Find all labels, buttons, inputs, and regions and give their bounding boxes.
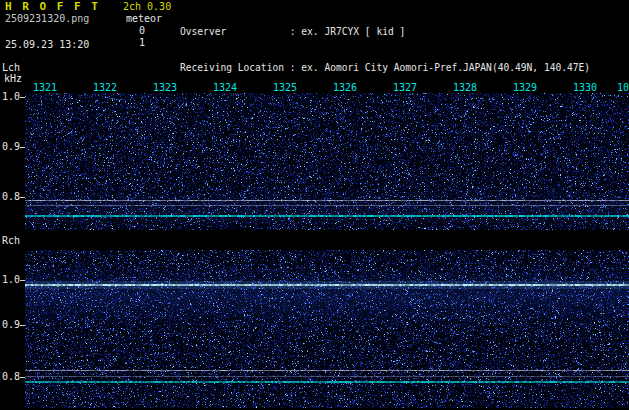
location-line: Receiving Location : ex. Aomori City Aom…: [180, 62, 619, 74]
time-label: 1326: [333, 83, 357, 93]
lch-label: Lch: [2, 63, 20, 73]
timestamp-label: 25.09.23 13:20: [5, 40, 89, 50]
filename-label: 2509231320.png: [5, 14, 89, 24]
rch-meteor-count: 1: [139, 38, 145, 48]
app-title: H R O F F T: [5, 1, 100, 12]
time-label: 1322: [93, 83, 117, 93]
lch-freq-tick-label: 0.9: [2, 142, 20, 152]
rch-freq-tick-label: 1.0: [2, 275, 20, 285]
version-label: 2ch 0.30: [123, 2, 171, 12]
rch-freq-tick-label: 0.9: [2, 320, 20, 330]
khz-unit-label: kHz: [4, 74, 22, 84]
lch-spectrogram: [25, 93, 629, 230]
time-label: 1327: [393, 83, 417, 93]
time-label: 1325: [273, 83, 297, 93]
observer-line: Ovserver : ex. JR7CYX [ kid ]: [180, 26, 619, 38]
time-label-partial: 10: [617, 83, 629, 93]
time-label: 1330: [573, 83, 597, 93]
rch-label: Rch: [2, 236, 20, 246]
lch-freq-tick-label: 1.0: [2, 92, 20, 102]
time-label: 1321: [33, 83, 57, 93]
rch-spectrogram: [25, 250, 629, 408]
hrofft-app-window: H R O F F T 2ch 0.30 2509231320.png mete…: [0, 0, 629, 410]
time-label: 1328: [453, 83, 477, 93]
time-label: 1329: [513, 83, 537, 93]
rch-freq-tick-label: 0.8: [2, 372, 20, 382]
time-label: 1324: [213, 83, 237, 93]
mode-label: meteor: [126, 14, 162, 24]
lch-freq-tick-label: 0.8: [2, 192, 20, 202]
time-label: 1323: [153, 83, 177, 93]
lch-meteor-count: 0: [139, 26, 145, 36]
